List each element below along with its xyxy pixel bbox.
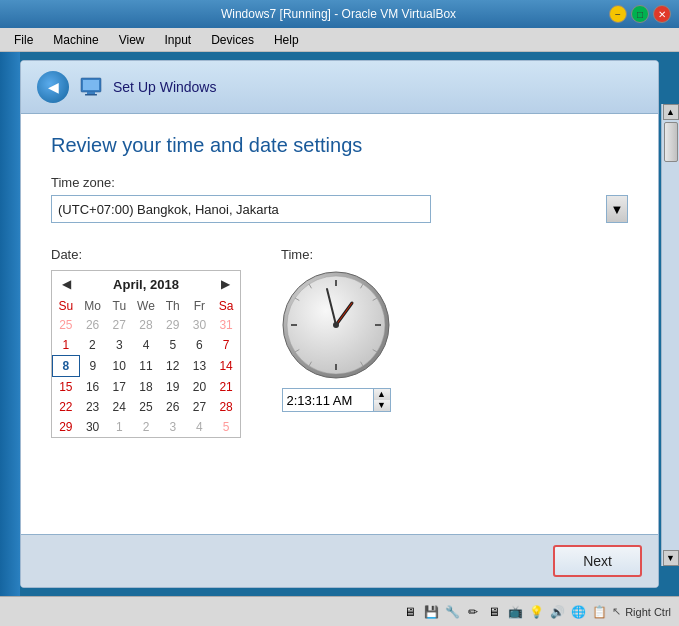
calendar-day[interactable]: 5 (213, 417, 240, 437)
calendar-day[interactable]: 23 (79, 397, 106, 417)
calendar-nav: ◀ April, 2018 ▶ (52, 271, 240, 297)
restore-button[interactable]: □ (631, 5, 649, 23)
status-icon-6: 📺 (506, 603, 524, 621)
cursor-indicator: ↖ (612, 605, 621, 618)
calendar-day[interactable]: 1 (106, 417, 133, 437)
menu-input[interactable]: Input (155, 31, 202, 49)
calendar-day[interactable]: 24 (106, 397, 133, 417)
calendar-day[interactable]: 28 (213, 397, 240, 417)
status-icon-9: 🌐 (569, 603, 587, 621)
clock-face (281, 270, 391, 380)
time-label: Time: (281, 247, 391, 262)
calendar-day[interactable]: 15 (53, 377, 80, 398)
calendar-day[interactable]: 27 (186, 397, 213, 417)
menu-devices[interactable]: Devices (201, 31, 264, 49)
section-title: Review your time and date settings (51, 134, 628, 157)
calendar-day[interactable]: 26 (159, 397, 186, 417)
calendar-day[interactable]: 17 (106, 377, 133, 398)
cal-header-mo: Mo (79, 297, 106, 315)
time-section: Time: (281, 247, 391, 412)
menu-machine[interactable]: Machine (43, 31, 108, 49)
time-spin-up[interactable]: ▲ (374, 389, 390, 400)
calendar-day[interactable]: 12 (159, 356, 186, 377)
calendar-day[interactable]: 21 (213, 377, 240, 398)
dialog-body: Review your time and date settings Time … (21, 114, 658, 534)
menu-view[interactable]: View (109, 31, 155, 49)
status-icon-7: 💡 (527, 603, 545, 621)
scrollbar-thumb[interactable] (664, 122, 678, 162)
calendar-day[interactable]: 25 (133, 397, 160, 417)
date-section: Date: ◀ April, 2018 ▶ Su Mo (51, 247, 241, 438)
cal-header-we: We (133, 297, 160, 315)
calendar-day[interactable]: 14 (213, 356, 240, 377)
menu-help[interactable]: Help (264, 31, 309, 49)
calendar-day[interactable]: 16 (79, 377, 106, 398)
svg-point-21 (333, 322, 339, 328)
calendar-day[interactable]: 29 (53, 417, 80, 437)
status-bar: 🖥 💾 🔧 ✏ 🖥 📺 💡 🔊 🌐 📋 ↖ Right Ctrl (0, 596, 679, 626)
calendar-day[interactable]: 5 (159, 335, 186, 356)
main-area: ◀ Set Up Windows Review your time and da… (0, 52, 679, 596)
calendar-next-button[interactable]: ▶ (217, 275, 234, 293)
calendar-day[interactable]: 4 (186, 417, 213, 437)
calendar-day[interactable]: 6 (186, 335, 213, 356)
scroll-up-button[interactable]: ▲ (663, 104, 679, 120)
calendar-day[interactable]: 9 (79, 356, 106, 377)
calendar-month-year: April, 2018 (113, 277, 179, 292)
close-button[interactable]: ✕ (653, 5, 671, 23)
window-title: Windows7 [Running] - Oracle VM VirtualBo… (68, 7, 609, 21)
clock-container: ▲ ▼ (281, 270, 391, 412)
status-icon-5: 🖥 (485, 603, 503, 621)
cal-header-tu: Tu (106, 297, 133, 315)
calendar-day[interactable]: 2 (79, 335, 106, 356)
right-scrollbar: ▲ ▼ (661, 104, 679, 566)
title-bar-buttons: − □ ✕ (609, 5, 671, 23)
calendar-day[interactable]: 30 (186, 315, 213, 335)
menu-file[interactable]: File (4, 31, 43, 49)
calendar-day[interactable]: 26 (79, 315, 106, 335)
calendar-prev-button[interactable]: ◀ (58, 275, 75, 293)
calendar-day[interactable]: 8 (53, 356, 80, 377)
calendar-day[interactable]: 2 (133, 417, 160, 437)
minimize-button[interactable]: − (609, 5, 627, 23)
calendar-day[interactable]: 27 (106, 315, 133, 335)
calendar-day[interactable]: 20 (186, 377, 213, 398)
setup-icon (79, 75, 103, 99)
calendar-day[interactable]: 29 (159, 315, 186, 335)
calendar-day[interactable]: 18 (133, 377, 160, 398)
scroll-down-button[interactable]: ▼ (663, 550, 679, 566)
calendar-day[interactable]: 4 (133, 335, 160, 356)
calendar-day[interactable]: 13 (186, 356, 213, 377)
status-icon-1: 🖥 (401, 603, 419, 621)
calendar-day[interactable]: 10 (106, 356, 133, 377)
calendar-day[interactable]: 30 (79, 417, 106, 437)
calendar-day[interactable]: 31 (213, 315, 240, 335)
cal-header-fr: Fr (186, 297, 213, 315)
calendar-day[interactable]: 3 (159, 417, 186, 437)
calendar-table: Su Mo Tu We Th Fr Sa 2526272829 (52, 297, 240, 437)
time-spin-down[interactable]: ▼ (374, 400, 390, 411)
svg-rect-2 (87, 92, 95, 94)
status-icon-8: 🔊 (548, 603, 566, 621)
dialog-header-title: Set Up Windows (113, 79, 216, 95)
calendar-day[interactable]: 19 (159, 377, 186, 398)
time-input[interactable] (283, 389, 373, 411)
status-icons: 🖥 💾 🔧 ✏ 🖥 📺 💡 🔊 🌐 📋 (401, 603, 608, 621)
next-button[interactable]: Next (553, 545, 642, 577)
calendar-day[interactable]: 25 (53, 315, 80, 335)
cal-header-th: Th (159, 297, 186, 315)
status-icon-2: 💾 (422, 603, 440, 621)
calendar-day[interactable]: 28 (133, 315, 160, 335)
svg-rect-1 (83, 80, 99, 90)
timezone-wrapper: (UTC+07:00) Bangkok, Hanoi, Jakarta(UTC+… (51, 195, 628, 223)
calendar-day[interactable]: 1 (53, 335, 80, 356)
calendar-day[interactable]: 3 (106, 335, 133, 356)
timezone-select[interactable]: (UTC+07:00) Bangkok, Hanoi, Jakarta(UTC+… (51, 195, 431, 223)
status-icon-10: 📋 (590, 603, 608, 621)
calendar-day[interactable]: 11 (133, 356, 160, 377)
calendar-day[interactable]: 22 (53, 397, 80, 417)
calendar-day[interactable]: 7 (213, 335, 240, 356)
back-button[interactable]: ◀ (37, 71, 69, 103)
dialog-footer: Next (21, 534, 658, 587)
title-bar: Windows7 [Running] - Oracle VM VirtualBo… (0, 0, 679, 28)
